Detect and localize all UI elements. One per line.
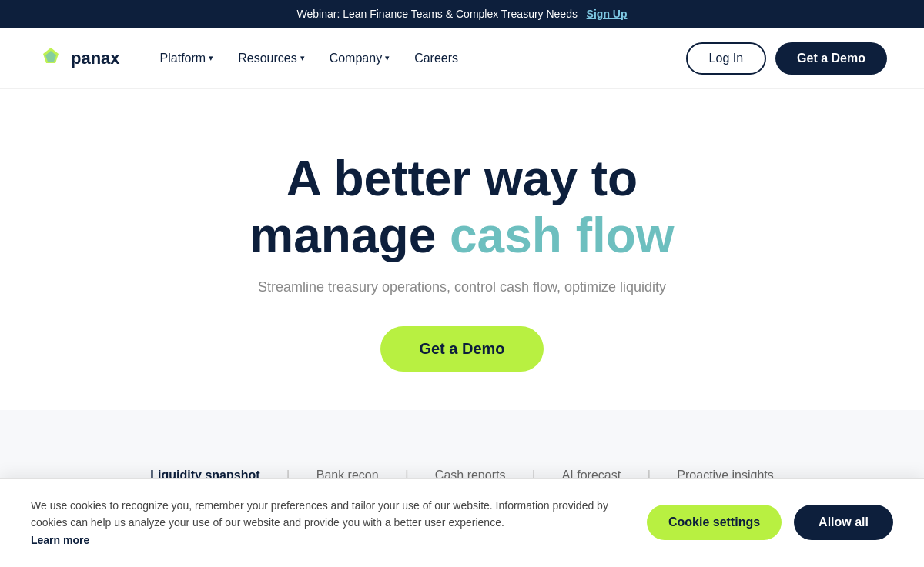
cookie-text-block: We use cookies to recognize you, remembe… (31, 497, 616, 549)
login-button[interactable]: Log In (686, 42, 766, 75)
hero-title-line1: A better way to (286, 151, 638, 206)
cookie-message: We use cookies to recognize you, remembe… (31, 499, 608, 529)
hero-subtitle: Streamline treasury operations, control … (15, 279, 909, 295)
hero-title-accent: cash flow (450, 208, 675, 263)
chevron-down-icon: ▾ (209, 53, 213, 63)
nav-right: Log In Get a Demo (686, 42, 887, 75)
get-demo-nav-button[interactable]: Get a Demo (775, 42, 887, 75)
nav-item-platform[interactable]: Platform ▾ (151, 45, 223, 72)
nav-item-resources[interactable]: Resources ▾ (229, 45, 313, 72)
cookie-actions: Cookie settings Allow all (647, 505, 893, 540)
hero-section: A better way to manage cash flow Streaml… (0, 89, 924, 410)
nav-left: panax Platform ▾ Resources ▾ Company ▾ C… (37, 45, 467, 72)
nav-item-careers[interactable]: Careers (405, 45, 467, 72)
chevron-down-icon: ▾ (385, 53, 390, 63)
panax-logo-icon (37, 45, 65, 72)
announcement-bar: Webinar: Lean Finance Teams & Complex Tr… (0, 0, 924, 28)
logo[interactable]: panax (37, 45, 120, 72)
chevron-down-icon: ▾ (300, 53, 305, 63)
logo-text: panax (71, 48, 120, 68)
hero-title: A better way to manage cash flow (15, 151, 909, 264)
cookie-banner: We use cookies to recognize you, remembe… (0, 478, 924, 567)
announcement-text: Webinar: Lean Finance Teams & Complex Tr… (297, 8, 578, 20)
cookie-settings-button[interactable]: Cookie settings (647, 505, 782, 540)
main-nav: panax Platform ▾ Resources ▾ Company ▾ C… (0, 28, 924, 89)
get-demo-hero-button[interactable]: Get a Demo (380, 326, 543, 372)
cookie-learn-more-link[interactable]: Learn more (31, 534, 89, 546)
announcement-link[interactable]: Sign Up (587, 8, 628, 20)
allow-all-button[interactable]: Allow all (794, 505, 893, 540)
nav-item-company[interactable]: Company ▾ (320, 45, 399, 72)
nav-links: Platform ▾ Resources ▾ Company ▾ Careers (151, 45, 467, 72)
hero-title-line2-prefix: manage (249, 208, 450, 263)
